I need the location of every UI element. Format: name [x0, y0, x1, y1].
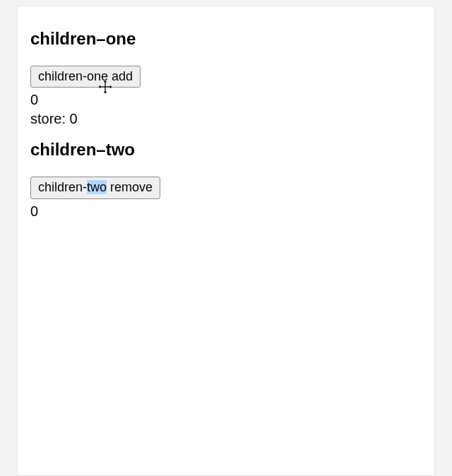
store-value: 0	[70, 111, 78, 126]
children-two-value: 0	[30, 203, 422, 220]
content-panel: children–one children-one add 0 store: 0…	[17, 6, 435, 476]
button-text-prefix: children-	[38, 180, 87, 194]
children-two-heading: children–two	[30, 140, 422, 160]
store-label: store:	[30, 111, 66, 126]
children-one-heading: children–one	[30, 29, 422, 49]
button-text-suffix: remove	[107, 180, 153, 194]
button-text-highlight: two	[87, 180, 107, 194]
children-one-store-line: store: 0	[30, 111, 422, 127]
children-one-value: 0	[30, 92, 422, 108]
children-one-add-button[interactable]: children-one add	[30, 66, 141, 88]
children-two-remove-button[interactable]: children-two remove	[30, 177, 160, 198]
